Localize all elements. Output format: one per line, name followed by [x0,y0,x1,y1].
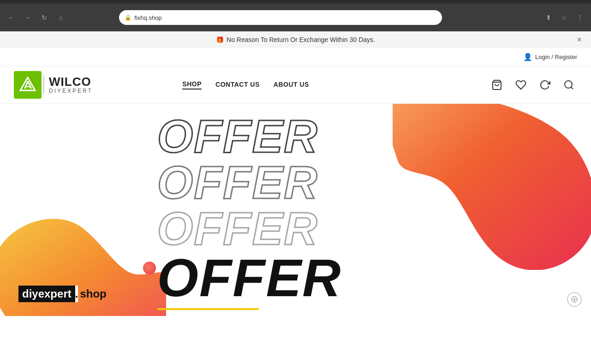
circle-dot-decoration [143,262,156,274]
nav-shop[interactable]: Shop [182,80,202,90]
top-nav: 👤 Login / Register [0,48,591,66]
wishlist-button[interactable] [513,77,529,93]
refresh-button[interactable] [537,77,553,93]
login-register-label: Login / Register [535,54,577,60]
logo-sub-name: DIYEXPERT [49,88,93,94]
offer-text-container: OFFER OFFER OFFER OFFER [157,113,434,310]
url-text: fixhq.shop [134,14,436,21]
brand-tag: diyexpert . shop [18,286,108,302]
announcement-bar: 🎁 No Reason To Return Or Exchange Within… [0,31,591,48]
main-navigation: Shop CONTACT US About Us [182,80,309,90]
home-button[interactable]: ⌂ [54,11,67,24]
logo-text: WILCO DIYEXPERT [43,76,93,94]
announcement-close-button[interactable]: × [577,35,582,45]
yellow-underline [157,308,259,310]
share-button[interactable]: ⬆ [542,11,555,24]
user-icon: 👤 [523,53,532,61]
gift-icon: 🎁 [216,36,224,43]
nav-about[interactable]: About Us [274,81,309,89]
lock-icon: 🔒 [125,14,131,21]
brand-tag-name: diyexpert [18,286,75,302]
bookmark-button[interactable]: ☆ [558,11,571,24]
svg-marker-0 [20,78,35,90]
svg-line-6 [571,87,573,89]
offer-line-solid: OFFER [157,251,434,304]
browser-actions: ⬆ ☆ ⋮ [542,11,586,24]
brand-tag-tld: shop [78,286,108,302]
offer-line-3: OFFER [157,205,434,251]
search-button[interactable] [561,77,577,93]
back-button[interactable]: ← [5,11,18,24]
cart-button[interactable] [489,77,505,93]
reload-button[interactable]: ↻ [38,11,51,24]
logo-brand-name: WILCO [49,76,93,88]
forward-button[interactable]: → [21,11,34,24]
logo-icon [14,71,42,99]
offer-line-1: OFFER [157,113,434,159]
menu-button[interactable]: ⋮ [573,11,586,24]
logo[interactable]: WILCO DIYEXPERT [14,71,93,99]
brand-tag-dot: . [75,286,78,302]
scroll-indicator[interactable] [567,292,582,307]
browser-chrome: ← → ↻ ⌂ 🔒 fixhq.shop ⬆ ☆ ⋮ [0,4,591,31]
hero-banner: OFFER OFFER OFFER OFFER diyexpert . shop [0,104,591,316]
svg-point-5 [565,81,572,88]
address-bar[interactable]: 🔒 fixhq.shop [119,10,442,25]
announcement-text: No Reason To Return Or Exchange Within 3… [227,36,375,43]
offer-line-2: OFFER [157,159,434,205]
header-icons [489,77,577,93]
login-register-button[interactable]: 👤 Login / Register [523,53,577,61]
main-header: WILCO DIYEXPERT Shop CONTACT US About Us [0,66,591,104]
nav-contact[interactable]: CONTACT US [215,81,260,89]
browser-top-bar [0,0,591,4]
